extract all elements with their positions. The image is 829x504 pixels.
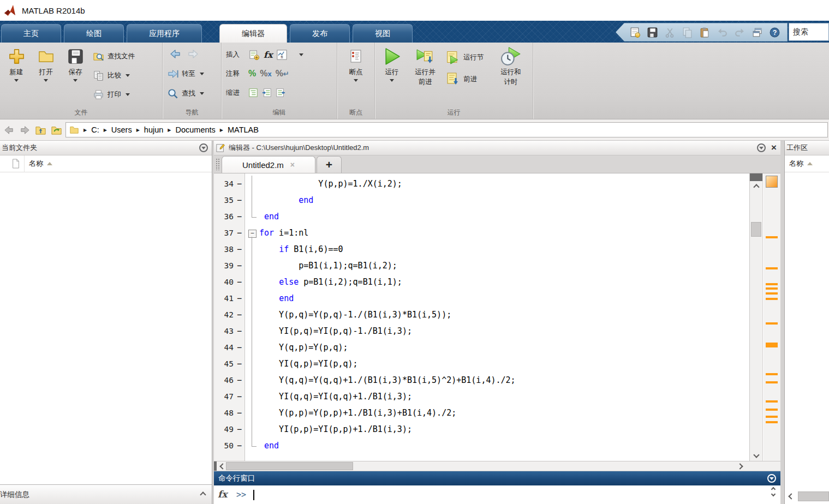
warning-mark[interactable] <box>766 283 778 285</box>
warning-mark[interactable] <box>766 416 778 418</box>
code-text[interactable]: end <box>259 212 279 221</box>
insert-section-icon[interactable] <box>248 49 260 61</box>
dropdown-arrow-icon[interactable] <box>299 53 303 58</box>
line-number[interactable]: 39 <box>214 261 234 270</box>
ribbon-tab-发布[interactable]: 发布 <box>290 24 350 43</box>
ribbon-tab-编辑器[interactable]: 编辑器 <box>219 24 287 43</box>
code-text[interactable]: end <box>259 293 294 303</box>
line-number[interactable]: 42 <box>214 310 234 319</box>
breadcrumb-box[interactable]: ▶C:▶Users▶hujun▶Documents▶MATLAB <box>65 122 828 137</box>
print-button[interactable]: 打印 <box>93 87 130 101</box>
history-forward-button[interactable] <box>18 123 31 136</box>
command-window-scroll-buttons[interactable] <box>772 488 775 496</box>
breadcrumb-item[interactable]: Users <box>111 125 132 134</box>
breakpoint-column[interactable]: − <box>234 228 245 238</box>
code-text[interactable]: for i=1:nl <box>259 228 308 238</box>
breakpoint-column[interactable]: − <box>234 195 245 205</box>
name-column-header[interactable]: 名称 <box>29 159 43 169</box>
breakpoint-column[interactable]: − <box>234 310 245 320</box>
panel-menu-icon[interactable] <box>199 143 208 152</box>
new-button[interactable]: 新建 <box>2 46 31 84</box>
warning-mark[interactable] <box>766 292 778 295</box>
code-text[interactable]: Y(q,p)=Y(p,q); <box>259 343 348 352</box>
line-number[interactable]: 46 <box>214 376 234 385</box>
panel-splitter-right[interactable] <box>780 141 784 504</box>
uncomment-icon[interactable]: %x <box>260 69 271 79</box>
goto-button[interactable]: 转至 <box>167 67 204 81</box>
warning-mark[interactable] <box>766 343 778 347</box>
find-button[interactable]: 查找 <box>167 86 204 100</box>
line-number[interactable]: 44 <box>214 343 234 352</box>
close-editor-button[interactable]: × <box>771 143 777 152</box>
save-button[interactable]: 保存 <box>61 46 90 84</box>
layout-windows-icon[interactable] <box>752 27 763 38</box>
line-number[interactable]: 49 <box>214 425 234 434</box>
line-number[interactable]: 47 <box>214 392 234 401</box>
current-folder-column-header[interactable]: 名称 <box>0 155 212 172</box>
breakpoint-column[interactable]: − <box>234 343 245 352</box>
breakpoint-column[interactable]: − <box>234 244 245 254</box>
line-number[interactable]: 37 <box>214 229 234 237</box>
breadcrumb-item[interactable]: MATLAB <box>228 125 259 134</box>
code-text[interactable]: Y(p,p)=Y(p,p)+1./B1(i,3)+B1(i,4)./2; <box>259 408 456 418</box>
horizontal-scroll-thumb[interactable] <box>798 491 829 501</box>
ribbon-tab-主页[interactable]: 主页 <box>1 24 61 43</box>
line-number[interactable]: 43 <box>214 327 234 335</box>
line-number[interactable]: 45 <box>214 359 234 368</box>
scroll-down-button[interactable] <box>750 450 762 460</box>
search-input[interactable] <box>789 23 829 41</box>
line-number[interactable]: 35 <box>214 196 234 205</box>
code-text[interactable]: Y(p,p)=1./X(i,2); <box>259 179 402 189</box>
comment-icon[interactable]: % <box>248 69 256 79</box>
line-number[interactable]: 36 <box>214 212 234 221</box>
compare-button[interactable]: 比较 <box>93 68 130 82</box>
wrap-comment-icon[interactable]: %↵ <box>276 69 289 79</box>
function-browser-button[interactable]: fx <box>218 489 227 500</box>
run-section-button[interactable]: 运行节 <box>446 50 484 64</box>
code-text[interactable]: end <box>259 441 279 451</box>
breakpoint-column[interactable]: − <box>234 408 245 418</box>
breadcrumb-item[interactable]: C: <box>91 125 99 134</box>
collapse-details-icon[interactable] <box>200 491 206 497</box>
breakpoint-column[interactable]: − <box>234 277 245 287</box>
warning-mark[interactable] <box>766 421 778 423</box>
code-text[interactable]: YI(q,q)=YI(q,q)+1./B1(i,3); <box>259 392 412 401</box>
code-text[interactable]: Y(q,q)=Y(q,q)+1./(B1(i,3)*B1(i,5)^2)+B1(… <box>259 375 516 385</box>
breakpoint-column[interactable]: − <box>234 293 245 303</box>
line-number[interactable]: 38 <box>214 245 234 254</box>
warning-mark[interactable] <box>766 400 778 403</box>
line-number[interactable]: 50 <box>214 441 234 450</box>
smart-indent-icon[interactable] <box>248 88 258 98</box>
editor-tab-untitled2[interactable]: Untitled2.m × <box>222 156 315 173</box>
back-arrow-icon[interactable] <box>169 47 182 61</box>
paste-icon[interactable] <box>699 27 711 38</box>
drag-handle-icon[interactable] <box>216 158 220 170</box>
ribbon-tab-绘图[interactable]: 绘图 <box>64 24 124 43</box>
warning-mark[interactable] <box>766 409 778 411</box>
editor-menu-icon[interactable] <box>757 143 766 152</box>
close-tab-icon[interactable]: × <box>290 160 295 169</box>
insert-fi-icon[interactable]: fi <box>276 49 288 61</box>
breadcrumb-item[interactable]: Documents <box>175 125 215 134</box>
ribbon-tab-应用程序[interactable]: 应用程序 <box>127 24 202 43</box>
code-text[interactable]: if B1(i,6)==0 <box>259 244 343 254</box>
code-text[interactable]: YI(p,p)=YI(p,p)+1./B1(i,3); <box>259 424 412 434</box>
breakpoint-column[interactable]: − <box>234 375 245 385</box>
find-files-button[interactable]: 查找文件 <box>93 49 135 63</box>
line-number[interactable]: 48 <box>214 409 234 417</box>
line-number[interactable]: 40 <box>214 278 234 286</box>
line-number[interactable]: 41 <box>214 294 234 303</box>
scroll-right-button[interactable] <box>736 461 744 471</box>
breakpoint-column[interactable]: − <box>234 261 245 271</box>
history-back-button[interactable] <box>2 123 15 136</box>
code-text[interactable]: YI(q,p)=YI(p,q); <box>259 359 358 369</box>
warning-mark[interactable] <box>766 287 778 290</box>
warning-mark[interactable] <box>766 322 778 325</box>
editor-horizontal-scrollbar[interactable] <box>214 461 780 471</box>
command-window-menu-icon[interactable] <box>767 474 776 483</box>
details-panel-header[interactable]: 详细信息 <box>0 484 212 504</box>
new-script-icon[interactable] <box>629 27 641 38</box>
indent-left-icon[interactable] <box>276 88 285 98</box>
code-text[interactable]: else p=B1(i,2);q=B1(i,1); <box>259 277 402 287</box>
code-text[interactable]: YI(p,q)=YI(p,q)-1./B1(i,3); <box>259 326 412 336</box>
